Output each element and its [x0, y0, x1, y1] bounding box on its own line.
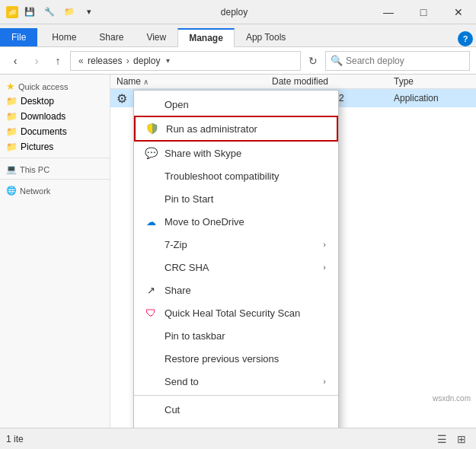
sidebar-item-label: Pictures	[21, 142, 53, 152]
troubleshoot-icon	[143, 168, 158, 183]
tab-manage[interactable]: Manage	[177, 28, 235, 47]
computer-icon: 💻	[6, 164, 17, 174]
column-type[interactable]: Type	[394, 76, 470, 87]
close-button[interactable]: ✕	[441, 0, 476, 24]
folder-icon: 📁	[6, 6, 18, 18]
ctx-restore-versions[interactable]: Restore previous versions	[134, 347, 338, 370]
breadcrumb-releases[interactable]: releases	[88, 56, 125, 66]
ctx-share-skype[interactable]: 💬 Share with Skype	[134, 142, 338, 164]
quick-access-label: Quick access	[18, 82, 68, 91]
window-title: deploy	[97, 7, 371, 18]
properties-button[interactable]: 🔧	[41, 4, 58, 21]
ctx-7zip-label: 7-Zip	[165, 239, 317, 250]
ctx-send-to-label: Send to	[165, 376, 317, 387]
ctx-pin-start-label: Pin to Start	[165, 193, 326, 205]
folder-icon: 📁	[6, 96, 18, 107]
breadcrumb-dropdown[interactable]: ▾	[166, 56, 170, 65]
column-date[interactable]: Date modified	[272, 76, 394, 87]
title-bar-left: 📁 💾 🔧 📁 ▾	[6, 4, 97, 21]
crc-icon	[143, 260, 158, 275]
breadcrumb-deploy[interactable]: deploy	[133, 56, 160, 66]
tab-view[interactable]: View	[135, 28, 177, 46]
submenu-arrow3-icon: ›	[323, 377, 326, 386]
this-pc-label: This PC	[20, 165, 50, 174]
ctx-copy-label: Copy	[165, 427, 326, 428]
folder-icon: 📁	[6, 142, 18, 152]
address-bar: ‹ › ↑ « releases › deploy ▾ ↻ 🔍	[0, 47, 476, 75]
ctx-separator-1	[134, 395, 338, 396]
large-icons-button[interactable]: ⊞	[453, 431, 470, 447]
search-icon: 🔍	[331, 55, 343, 66]
ctx-quick-heal[interactable]: 🛡 Quick Heal Total Security Scan	[134, 301, 338, 324]
status-bar: 1 ite ☰ ⊞	[0, 428, 476, 449]
taskbar-icon	[143, 328, 158, 343]
sort-arrow-icon: ∧	[143, 78, 149, 86]
ctx-quick-heal-label: Quick Heal Total Security Scan	[165, 307, 326, 319]
ctx-pin-start[interactable]: Pin to Start	[134, 187, 338, 210]
context-menu: Open Run as administrator 💬 Share with S…	[133, 90, 339, 428]
sidebar-quick-access: ★ Quick access	[0, 78, 110, 94]
sidebar-item-label: Documents	[21, 126, 67, 137]
share-icon: ↗	[143, 282, 158, 298]
ctx-pin-taskbar[interactable]: Pin to taskbar	[134, 324, 338, 347]
quick-access-toolbar: 💾 🔧 📁 ▾	[21, 4, 97, 21]
skype-icon: 💬	[143, 145, 158, 161]
help-button[interactable]: ?	[458, 31, 473, 46]
details-view-button[interactable]: ☰	[433, 431, 450, 447]
sidebar-network[interactable]: 🌐 Network	[0, 183, 110, 197]
sidebar-item-pictures[interactable]: 📁 Pictures	[0, 139, 110, 154]
folder-icon: 📁	[6, 111, 18, 122]
submenu-arrow-icon: ›	[323, 240, 326, 249]
tab-file[interactable]: File	[0, 28, 37, 46]
save-button[interactable]: 💾	[21, 4, 38, 21]
content-area: Name ∧ Date modified Type ⚙ 17-04-2022 2…	[110, 75, 476, 428]
ctx-open[interactable]: Open	[134, 93, 338, 116]
network-icon: 🌐	[6, 186, 17, 196]
ctx-cut[interactable]: Cut	[134, 398, 338, 421]
tab-apptools[interactable]: App Tools	[235, 28, 297, 46]
cut-icon	[143, 402, 158, 417]
main-area: ★ Quick access 📁 Desktop 📁 Downloads 📁 D…	[0, 75, 476, 428]
ctx-7zip[interactable]: 7-Zip ›	[134, 233, 338, 256]
forward-button[interactable]: ›	[27, 52, 46, 70]
sidebar-item-documents[interactable]: 📁 Documents	[0, 124, 110, 139]
submenu-arrow2-icon: ›	[323, 263, 326, 272]
refresh-button[interactable]: ↻	[304, 52, 322, 70]
star-icon: ★	[6, 81, 15, 92]
file-list-header: Name ∧ Date modified Type	[110, 75, 476, 89]
search-box: 🔍	[325, 51, 470, 71]
ctx-share-label: Share	[165, 285, 326, 296]
ribbon-tabs: File Home Share View Manage App Tools ?	[0, 24, 476, 47]
new-folder-button[interactable]: 📁	[61, 4, 78, 21]
sidebar-divider2	[0, 179, 110, 180]
up-button[interactable]: ↑	[49, 52, 67, 70]
breadcrumb: « releases › deploy	[77, 56, 160, 66]
tab-share[interactable]: Share	[88, 28, 135, 46]
maximize-button[interactable]: □	[406, 0, 441, 24]
address-path[interactable]: « releases › deploy ▾	[70, 51, 301, 71]
restore-icon	[143, 351, 158, 366]
ctx-share[interactable]: ↗ Share	[134, 279, 338, 301]
ctx-crc-sha[interactable]: CRC SHA ›	[134, 256, 338, 279]
ctx-run-as-admin[interactable]: Run as administrator	[134, 116, 338, 142]
quickheal-icon: 🛡	[143, 305, 158, 320]
sidebar-item-label: Desktop	[21, 96, 54, 107]
sendto-icon	[143, 374, 158, 389]
ctx-move-onedrive[interactable]: ☁ Move to OneDrive	[134, 210, 338, 233]
back-button[interactable]: ‹	[6, 52, 24, 70]
sidebar-this-pc[interactable]: 💻 This PC	[0, 161, 110, 176]
sidebar-item-desktop[interactable]: 📁 Desktop	[0, 94, 110, 109]
ctx-send-to[interactable]: Send to ›	[134, 370, 338, 393]
network-label: Network	[20, 186, 50, 196]
7zip-icon	[143, 237, 158, 252]
sidebar-item-downloads[interactable]: 📁 Downloads	[0, 109, 110, 124]
ctx-troubleshoot[interactable]: Troubleshoot compatibility	[134, 164, 338, 187]
minimize-button[interactable]: —	[371, 0, 406, 24]
dropdown-button[interactable]: ▾	[81, 4, 97, 21]
column-name[interactable]: Name ∧	[117, 76, 272, 87]
search-input[interactable]	[346, 56, 465, 66]
tab-home[interactable]: Home	[40, 28, 88, 46]
ctx-open-label: Open	[165, 99, 326, 110]
ctx-cut-label: Cut	[165, 404, 326, 416]
ctx-copy[interactable]: Copy	[134, 421, 338, 428]
